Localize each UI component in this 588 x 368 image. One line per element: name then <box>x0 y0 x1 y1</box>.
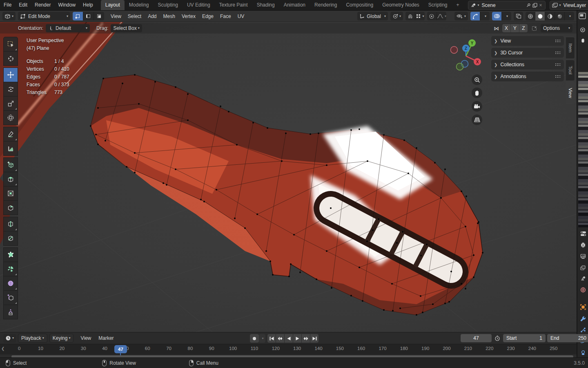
pin-icon[interactable] <box>525 2 532 9</box>
viewport-menu-item[interactable]: Add <box>145 13 160 19</box>
workspace-tab[interactable]: Scripting <box>424 0 452 10</box>
play-button[interactable] <box>293 334 301 343</box>
snap-toggle-button[interactable] <box>405 12 415 20</box>
vertex-select-mode-button[interactable] <box>73 12 83 20</box>
viewport-menu-item[interactable]: Face <box>217 13 234 19</box>
loop-cut-tool-button[interactable] <box>3 217 18 231</box>
properties-tab-viewlayer[interactable] <box>579 264 587 272</box>
inset-faces-tool-button[interactable] <box>3 186 18 201</box>
mesh-canvas[interactable] <box>0 22 577 332</box>
scene-selector[interactable]: ▾ Scene × <box>468 1 546 10</box>
pivot-point-dropdown[interactable]: ▾ <box>390 12 403 20</box>
rotate-tool-button[interactable] <box>3 82 18 96</box>
measure-tool-button[interactable] <box>3 141 18 156</box>
sidebar-tab-tool[interactable]: Tool <box>566 60 575 81</box>
properties-tab-constraints[interactable] <box>579 349 587 357</box>
panel-grip-icon[interactable] <box>555 75 561 78</box>
start-frame-field[interactable]: Start 1 <box>503 334 546 342</box>
workspace-tab-layout[interactable]: Layout <box>101 0 125 10</box>
sidebar-tab-item[interactable]: Item <box>566 37 575 59</box>
edge-slide-tool-button[interactable] <box>3 290 18 305</box>
workspace-tab[interactable]: Compositing <box>341 0 378 10</box>
extrude-tool-button[interactable] <box>3 172 18 186</box>
collapse-arrow-icon[interactable]: ❮ <box>1 346 4 351</box>
viewport-menu-item[interactable]: Select <box>125 13 145 19</box>
camera-view-button[interactable] <box>472 101 482 112</box>
pan-button[interactable] <box>472 88 482 98</box>
edited-mesh[interactable] <box>90 74 483 316</box>
end-frame-field[interactable]: End 250 <box>547 334 588 342</box>
sidebar-panel-header[interactable]: ❯ View <box>491 36 564 46</box>
scale-tool-button[interactable] <box>3 96 18 111</box>
properties-tab-particles[interactable] <box>579 326 587 334</box>
workspace-tab[interactable]: Modeling <box>125 0 154 10</box>
properties-tab-output[interactable] <box>579 253 587 260</box>
right-editor-type-button[interactable] <box>579 12 586 20</box>
properties-tab-object[interactable] <box>579 303 587 311</box>
gizmo-neg-x-axis[interactable] <box>451 47 458 54</box>
material-preview-button[interactable] <box>545 12 555 20</box>
select-box-tool-button[interactable] <box>3 37 18 52</box>
viewport-menu-item[interactable]: Mesh <box>160 13 178 19</box>
topbar-menu-item[interactable]: Edit <box>15 0 31 10</box>
poly-build-tool-button[interactable] <box>3 247 18 262</box>
unlink-scene-button[interactable]: × <box>538 2 543 8</box>
mirror-icon[interactable]: ⋈ <box>493 25 500 31</box>
strip-add-button[interactable] <box>578 25 587 34</box>
3d-viewport[interactable]: Orientation: Default ▾ Drag: Select Box … <box>0 22 577 332</box>
viewlayer-selector[interactable]: ▾ ViewLayer × <box>550 1 588 10</box>
mirror-y-button[interactable]: Y <box>510 24 519 32</box>
panel-grip-icon[interactable] <box>555 51 561 54</box>
options-dropdown[interactable]: Options ▾ <box>541 24 572 32</box>
stopwatch-icon[interactable] <box>494 335 501 341</box>
viewport-menu-item[interactable]: UV <box>234 13 248 19</box>
bevel-tool-button[interactable] <box>3 200 18 215</box>
workspace-tab[interactable]: Shading <box>252 0 279 10</box>
topbar-menu-item[interactable]: File <box>0 0 15 10</box>
solid-shading-button[interactable] <box>535 12 545 20</box>
proportional-falloff-dropdown[interactable]: ▾ <box>437 12 446 20</box>
topbar-menu-item[interactable]: Help <box>79 0 97 10</box>
orientation-dropdown[interactable]: Default ▾ <box>46 24 90 32</box>
add-cube-tool-button[interactable] <box>3 157 18 172</box>
add-workspace-button[interactable]: + <box>452 0 464 10</box>
play-reverse-button[interactable] <box>284 334 293 343</box>
topbar-menu-item[interactable]: Window <box>54 0 79 10</box>
show-gizmos-toggle[interactable] <box>470 12 480 20</box>
workspace-tab[interactable]: UV Editing <box>183 0 215 10</box>
transform-orientation-dropdown[interactable]: Global ▾ <box>357 12 388 20</box>
workspace-tab[interactable]: Geometry Nodes <box>378 0 424 10</box>
keying-set-dropdown[interactable]: ▾ <box>259 334 265 343</box>
panel-grip-icon[interactable] <box>555 39 561 43</box>
navigation-gizmo[interactable]: Z Y X <box>447 38 485 75</box>
toggle-perspective-button[interactable] <box>472 114 482 125</box>
move-tool-button[interactable] <box>3 67 18 82</box>
drag-dropdown[interactable]: Select Box ▾ <box>111 24 142 32</box>
annotate-tool-button[interactable] <box>3 127 18 141</box>
zoom-button[interactable] <box>472 74 482 85</box>
sidebar-panel-header[interactable]: ❯ 3D Cursor <box>491 48 564 58</box>
panel-grip-icon[interactable] <box>555 63 561 66</box>
viewport-menu-item[interactable]: Vertex <box>178 13 199 19</box>
properties-tab-modifiers[interactable] <box>579 315 587 322</box>
viewport-menu-item[interactable]: Edge <box>199 13 217 19</box>
playhead[interactable]: 47 <box>114 345 127 353</box>
workspace-tab[interactable]: Texture Paint <box>215 0 252 10</box>
spin-tool-button[interactable] <box>3 262 18 276</box>
workspace-tab[interactable]: Sculpting <box>154 0 183 10</box>
snap-target-dropdown[interactable]: ▾ <box>415 12 425 20</box>
previous-keyframe-button[interactable] <box>276 334 284 343</box>
proportional-editing-toggle[interactable] <box>427 12 437 20</box>
rendered-shading-button[interactable] <box>555 12 564 20</box>
properties-tab-scene[interactable] <box>579 275 587 282</box>
properties-tab-world[interactable] <box>579 286 587 294</box>
wireframe-shading-button[interactable] <box>526 12 535 20</box>
strip-pan-button[interactable] <box>578 36 587 45</box>
snap-base-icon[interactable] <box>531 25 537 31</box>
face-select-mode-button[interactable] <box>94 12 104 20</box>
sidebar-tab-view[interactable]: View <box>566 82 575 104</box>
editor-type-button[interactable]: ▾ <box>2 12 16 20</box>
gizmo-dropdown[interactable]: ▾ <box>480 12 490 20</box>
xray-toggle[interactable] <box>514 12 523 20</box>
shrink-fatten-tool-button[interactable] <box>3 305 18 319</box>
